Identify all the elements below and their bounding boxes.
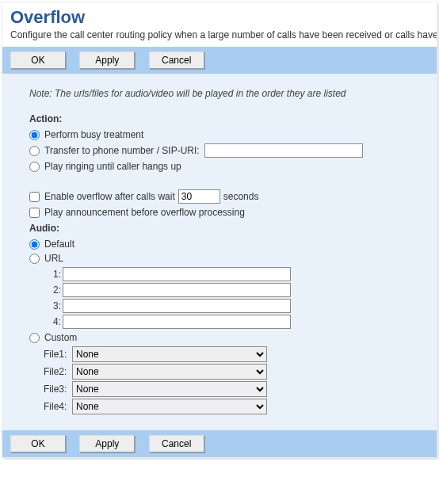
url-input-2[interactable] bbox=[63, 283, 291, 297]
url-row-label: 4: bbox=[44, 316, 61, 327]
play-announcement-checkbox[interactable] bbox=[29, 208, 40, 218]
enable-overflow-label-post: seconds bbox=[223, 191, 259, 202]
audio-default-label: Default bbox=[44, 239, 74, 250]
custom-file-select-3[interactable]: None bbox=[72, 381, 267, 397]
ok-button[interactable]: OK bbox=[10, 435, 66, 452]
cancel-button[interactable]: Cancel bbox=[149, 435, 204, 452]
transfer-number-input[interactable] bbox=[204, 143, 363, 158]
apply-button[interactable]: Apply bbox=[79, 435, 135, 452]
button-bar-bottom: OK Apply Cancel bbox=[2, 430, 437, 457]
audio-label: Audio: bbox=[29, 223, 429, 234]
overflow-page: Overflow Configure the call center routi… bbox=[2, 2, 437, 458]
button-bar-top: OK Apply Cancel bbox=[2, 47, 437, 74]
action-ringing-label: Play ringing until caller hangs up bbox=[44, 161, 181, 172]
url-input-1[interactable] bbox=[63, 267, 291, 281]
custom-file-block: File1: None File2: None File3: None File… bbox=[44, 346, 429, 414]
custom-file-select-4[interactable]: None bbox=[72, 399, 267, 414]
custom-row-label: File3: bbox=[44, 384, 72, 395]
overflow-wait-input[interactable] bbox=[178, 189, 220, 204]
action-transfer-label: Transfer to phone number / SIP-URI: bbox=[44, 145, 200, 156]
custom-row-label: File4: bbox=[44, 401, 72, 412]
audio-default-radio[interactable] bbox=[29, 239, 40, 250]
url-input-4[interactable] bbox=[63, 315, 291, 329]
custom-file-select-2[interactable]: None bbox=[72, 364, 267, 380]
note-text: Note: The urls/files for audio/video wil… bbox=[29, 88, 429, 99]
play-announcement-label: Play announcement before overflow proces… bbox=[44, 207, 245, 218]
audio-url-label: URL bbox=[44, 253, 63, 264]
custom-file-select-1[interactable]: None bbox=[72, 346, 267, 362]
settings-panel: Note: The urls/files for audio/video wil… bbox=[2, 74, 437, 430]
page-description: Configure the call center routing policy… bbox=[10, 29, 437, 40]
page-title: Overflow bbox=[10, 7, 437, 28]
url-input-3[interactable] bbox=[63, 299, 291, 313]
action-busy-radio[interactable] bbox=[29, 130, 40, 140]
audio-custom-radio[interactable] bbox=[29, 333, 40, 343]
url-row-label: 1: bbox=[44, 269, 61, 280]
enable-overflow-label-pre: Enable overflow after calls wait bbox=[44, 191, 175, 202]
custom-row-label: File1: bbox=[44, 349, 72, 360]
enable-overflow-checkbox[interactable] bbox=[29, 192, 40, 202]
apply-button[interactable]: Apply bbox=[79, 52, 135, 69]
custom-row-label: File2: bbox=[44, 366, 72, 377]
url-row-label: 2: bbox=[44, 284, 61, 296]
url-input-block: 1: 2: 3: 4: bbox=[44, 267, 429, 329]
audio-url-radio[interactable] bbox=[29, 254, 40, 264]
action-transfer-radio[interactable] bbox=[29, 146, 40, 156]
action-busy-label: Perform busy treatment bbox=[44, 129, 143, 140]
action-ringing-radio[interactable] bbox=[29, 162, 40, 172]
action-label: Action: bbox=[29, 113, 429, 124]
cancel-button[interactable]: Cancel bbox=[149, 52, 204, 69]
audio-custom-label: Custom bbox=[44, 332, 77, 343]
url-row-label: 3: bbox=[44, 300, 61, 311]
ok-button[interactable]: OK bbox=[10, 52, 66, 69]
